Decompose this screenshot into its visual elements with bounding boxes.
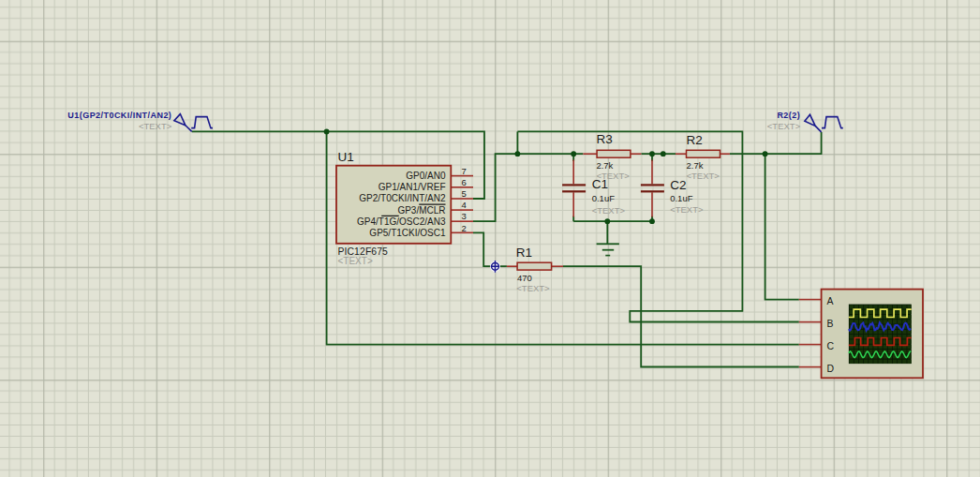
svg-text:<TEXT>: <TEXT> — [687, 171, 720, 181]
svg-text:PIC12F675: PIC12F675 — [338, 246, 389, 257]
svg-text:GP5/T1CKI/OSC1: GP5/T1CKI/OSC1 — [369, 228, 446, 238]
svg-text:5: 5 — [462, 188, 467, 199]
svg-text:<TEXT>: <TEXT> — [767, 121, 801, 131]
svg-text:2.7k: 2.7k — [596, 160, 613, 171]
svg-text:D: D — [827, 363, 835, 374]
svg-text:C1: C1 — [592, 177, 608, 191]
svg-text:R2(2): R2(2) — [777, 111, 800, 120]
svg-text:GP2/T0CKI/INT/AN2: GP2/T0CKI/INT/AN2 — [359, 193, 446, 203]
svg-text:4: 4 — [462, 200, 467, 210]
svg-text:GP4/T1G/OSC2/AN3: GP4/T1G/OSC2/AN3 — [357, 216, 446, 227]
svg-text:U1: U1 — [338, 150, 354, 164]
svg-text:0.1uF: 0.1uF — [592, 193, 615, 203]
svg-text:<TEXT>: <TEXT> — [592, 205, 626, 216]
svg-text:R2: R2 — [687, 133, 703, 147]
svg-text:470: 470 — [517, 273, 532, 283]
svg-text:<TEXT>: <TEXT> — [516, 283, 550, 293]
svg-text:R1: R1 — [516, 246, 532, 260]
svg-text:6: 6 — [462, 177, 467, 187]
svg-text:C: C — [827, 340, 835, 351]
svg-text:<TEXT>: <TEXT> — [139, 121, 172, 131]
svg-text:2.7k: 2.7k — [687, 160, 704, 171]
svg-text:A: A — [827, 295, 834, 306]
svg-text:GP3/MCLR: GP3/MCLR — [397, 205, 445, 216]
svg-text:R3: R3 — [596, 132, 612, 146]
svg-text:C2: C2 — [670, 178, 686, 192]
svg-text:7: 7 — [462, 166, 467, 176]
svg-text:U1(GP2/T0CKI/INT/AN2): U1(GP2/T0CKI/INT/AN2) — [67, 111, 171, 120]
svg-text:GP0/AN0: GP0/AN0 — [406, 171, 446, 181]
svg-text:<TEXT>: <TEXT> — [670, 204, 704, 215]
svg-text:GP1/AN1/VREF: GP1/AN1/VREF — [379, 182, 446, 192]
svg-text:B: B — [827, 318, 834, 329]
svg-text:2: 2 — [462, 223, 467, 233]
svg-text:<TEXT>: <TEXT> — [338, 256, 373, 266]
svg-text:0.1uF: 0.1uF — [670, 193, 692, 203]
svg-text:3: 3 — [462, 211, 467, 221]
